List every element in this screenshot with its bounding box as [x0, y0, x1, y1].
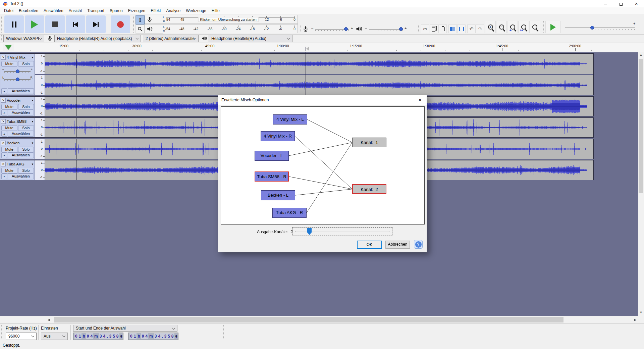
- time-digit[interactable]: 0: [86, 333, 90, 339]
- select-track-button[interactable]: Auswählen: [8, 110, 34, 115]
- mixer-graph-panel[interactable]: 4 Vinyl Mix - L4 Vinyl Mix - RVocoder - …: [221, 106, 425, 225]
- mixer-track-node[interactable]: Vocoder - L: [255, 151, 289, 161]
- time-toolbar-grip[interactable]: [223, 325, 224, 340]
- time-digit[interactable]: 3: [163, 333, 167, 339]
- mute-button[interactable]: Mute: [1, 168, 17, 173]
- gain-slider[interactable]: ‒+: [2, 68, 33, 74]
- close-track-button[interactable]: ✕: [1, 162, 6, 166]
- mixer-channel-node[interactable]: Kanal: 1: [352, 138, 386, 147]
- dropdown-icon[interactable]: [120, 336, 122, 337]
- menu-item[interactable]: Datei: [1, 7, 16, 14]
- play-speed-thumb[interactable]: [590, 26, 594, 30]
- waveform-clip[interactable]: [45, 54, 593, 74]
- time-digit[interactable]: 1: [133, 333, 137, 339]
- waveform-clip[interactable]: [45, 75, 593, 95]
- mixer-toolbar-grip[interactable]: [300, 24, 301, 33]
- time-digit[interactable]: 3: [99, 333, 103, 339]
- trim-audio-button[interactable]: [448, 24, 457, 33]
- solo-button[interactable]: Solo: [18, 61, 34, 67]
- gain-thumb[interactable]: [16, 69, 19, 73]
- time-digit[interactable]: 5: [167, 333, 171, 339]
- solo-button[interactable]: Solo: [18, 125, 34, 131]
- recording-device-select[interactable]: Headphone (Realtek(R) Audio) (loopback): [54, 35, 141, 42]
- snap-select[interactable]: Aus: [41, 333, 68, 340]
- scroll-left-arrow[interactable]: ◀: [46, 318, 51, 321]
- collapse-track-button[interactable]: ▲: [1, 88, 7, 94]
- pan-thumb[interactable]: [16, 78, 19, 81]
- selection-tool-button[interactable]: I: [136, 15, 145, 24]
- waveform-canvas[interactable]: [45, 54, 587, 74]
- pause-button[interactable]: [4, 15, 24, 33]
- play-at-speed-button[interactable]: [545, 21, 561, 33]
- stop-button[interactable]: [45, 15, 65, 33]
- selection-range-select[interactable]: Start und Ende der Auswahl: [73, 325, 177, 332]
- collapse-track-button[interactable]: ▲: [1, 131, 7, 137]
- skip-to-end-button[interactable]: [86, 15, 106, 33]
- close-track-button[interactable]: ✕: [1, 119, 6, 124]
- edit-toolbar-grip[interactable]: [418, 24, 420, 33]
- mute-button[interactable]: Mute: [1, 125, 17, 131]
- ruler[interactable]: 15:0030:0045:001:00:001:15:001:30:001:45…: [16, 43, 638, 52]
- mixer-track-node[interactable]: 4 Vinyl Mix - R: [261, 131, 295, 141]
- track-menu-icon[interactable]: ▼: [31, 163, 34, 166]
- playback-volume-slider[interactable]: [369, 29, 402, 30]
- mixer-track-node[interactable]: Becken - L: [261, 190, 295, 200]
- select-track-button[interactable]: Auswählen: [8, 173, 34, 179]
- silence-audio-button[interactable]: [457, 24, 466, 33]
- selection-end-field[interactable]: 01 h 04 m 34,358 s: [128, 333, 178, 340]
- pan-slider[interactable]: LR: [2, 76, 33, 83]
- time-digit[interactable]: ,: [161, 333, 163, 339]
- cut-button[interactable]: ✂: [421, 24, 429, 33]
- menu-item[interactable]: Effekt: [148, 7, 163, 14]
- device-toolbar-grip[interactable]: [1, 35, 2, 42]
- time-digit[interactable]: 8: [116, 333, 119, 339]
- time-digit[interactable]: 5: [112, 333, 116, 339]
- time-digit[interactable]: 0: [141, 333, 145, 339]
- mixer-track-node[interactable]: Tuba SM58 - R: [255, 171, 289, 182]
- time-digit[interactable]: 1: [78, 333, 82, 339]
- timeline-ruler[interactable]: 15:0030:0045:001:00:001:15:001:30:001:45…: [0, 43, 644, 52]
- zoom-out-button[interactable]: −: [496, 21, 507, 33]
- undo-button[interactable]: ↶: [467, 24, 476, 33]
- time-digit[interactable]: 0: [74, 333, 78, 339]
- zoom-selection-button[interactable]: ◂▸: [507, 21, 518, 33]
- playback-device-select[interactable]: Headphone (Realtek(R) Audio): [209, 35, 292, 42]
- playback-volume-thumb[interactable]: [399, 27, 403, 31]
- track-4-vinyl-mix[interactable]: ✕4 Vinyl Mix▼MuteSolo‒+LR▲Auswählen10-11…: [0, 53, 594, 95]
- close-track-button[interactable]: ✕: [1, 98, 6, 103]
- scroll-down-arrow[interactable]: ▼: [638, 311, 644, 314]
- menu-item[interactable]: Erzeugen: [125, 7, 148, 14]
- track-menu-icon[interactable]: ▼: [31, 56, 34, 59]
- track-menu-icon[interactable]: ▼: [31, 120, 34, 123]
- menu-item[interactable]: Transport: [85, 7, 107, 14]
- menu-item[interactable]: Hilfe: [209, 7, 222, 14]
- select-track-button[interactable]: Auswählen: [8, 88, 34, 94]
- close-track-button[interactable]: ✕: [1, 55, 6, 60]
- output-channels-slider[interactable]: [292, 227, 392, 236]
- waveform-canvas[interactable]: [45, 75, 587, 95]
- mute-button[interactable]: Mute: [1, 104, 17, 110]
- track-menu-icon[interactable]: ▼: [31, 142, 34, 145]
- track-name[interactable]: 4 Vinyl Mix: [7, 55, 30, 59]
- recording-channels-select[interactable]: 2 (Stereo) Aufnahmekanäle: [143, 35, 199, 42]
- recording-meter[interactable]: LR -54-48-12-60Klicken um Überwachung zu…: [145, 15, 298, 24]
- time-digit[interactable]: h: [137, 334, 140, 339]
- mixer-channel-node[interactable]: Kanal: 2: [352, 184, 386, 194]
- record-volume-slider[interactable]: [315, 29, 349, 30]
- scroll-right-arrow[interactable]: ▶: [633, 318, 638, 321]
- vertical-scroll-thumb[interactable]: [639, 59, 643, 193]
- close-button[interactable]: ✕: [629, 0, 644, 7]
- selection-start-field[interactable]: 01 h 04 m 34,358 s: [73, 333, 123, 340]
- mute-button[interactable]: Mute: [1, 61, 17, 67]
- output-channels-slider-thumb[interactable]: [307, 228, 312, 235]
- time-digit[interactable]: 4: [90, 333, 93, 339]
- help-button[interactable]: ?: [414, 240, 423, 249]
- menu-item[interactable]: Analyse: [164, 7, 183, 14]
- horizontal-scrollbar[interactable]: ◀ ▶: [0, 316, 644, 323]
- tools-toolbar-grip[interactable]: [133, 15, 135, 33]
- project-rate-select[interactable]: 96000: [6, 333, 37, 340]
- time-digit[interactable]: 3: [108, 333, 112, 339]
- zoom-fit-button[interactable]: ▸◂: [518, 21, 529, 33]
- mixer-track-node[interactable]: Tuba AKG - R: [272, 208, 307, 218]
- maximize-button[interactable]: [613, 0, 629, 7]
